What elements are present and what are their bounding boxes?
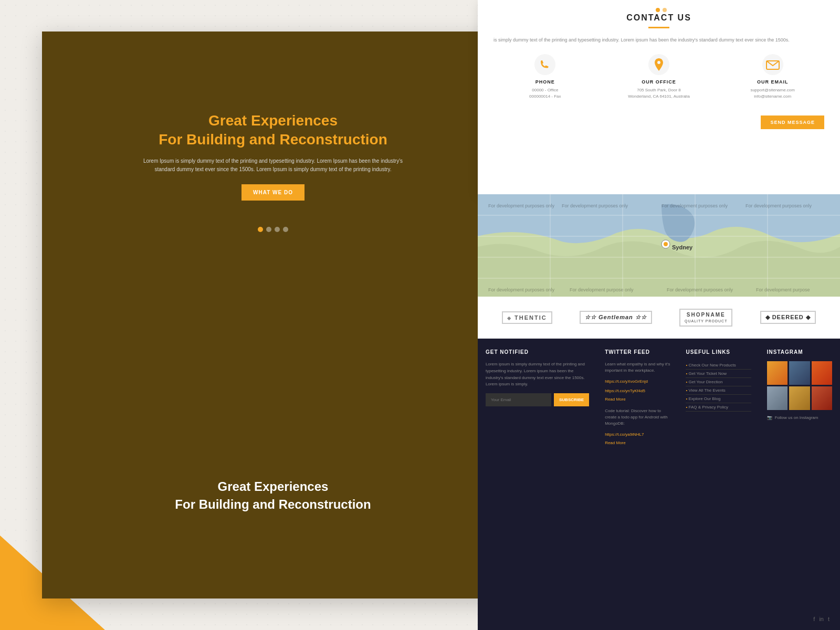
office-contact-icon — [648, 54, 669, 75]
send-message-button[interactable]: SEND MESSAGE — [761, 116, 824, 129]
hero-title: Great Experiences For Building and Recon… — [142, 111, 404, 150]
instagram-item-0[interactable] — [767, 361, 788, 385]
notify-title: GET NOTIFIED — [486, 349, 589, 355]
footer-instagram: INSTAGRAM 📷 Follow us on Instagram — [759, 339, 840, 630]
twitter-feed: Learn what empathy is and why it's impor… — [605, 361, 670, 445]
svg-text:For development purposes only: For development purposes only — [562, 203, 628, 208]
footer-social-in[interactable]: in — [819, 616, 824, 622]
hero2-content: Great Experiences For Building and Recon… — [175, 478, 371, 513]
hero-description: Lorem Ipsum is simply dummy text of the … — [142, 157, 404, 174]
instagram-item-1[interactable] — [789, 361, 810, 385]
hero-dots — [258, 227, 288, 232]
footer-social-tw[interactable]: t — [828, 616, 830, 622]
brand-1: ☆☆ Gentleman ☆☆ — [580, 311, 652, 324]
main-website-panel: 📞 Call Us: +201093515252 ✉ Email: mail@E… — [42, 32, 504, 598]
map-section[interactable]: For development purposes only For develo… — [478, 194, 840, 297]
twitter-link-0[interactable]: https://t.co/yXvoGrEnjd — [605, 379, 648, 384]
phone-line2: 000000014 - Fax — [494, 93, 597, 100]
contact-title: CONTACT US — [494, 13, 824, 23]
useful-links-list: Check Our New Products Get Your Ticket N… — [686, 361, 751, 412]
svg-text:For development purposes only: For development purposes only — [488, 203, 555, 208]
useful-link-0[interactable]: Check Our New Products — [686, 361, 751, 370]
svg-text:For development purposes only: For development purposes only — [488, 287, 555, 292]
contact-info-row: PHONE 00000 - Office 000000014 - Fax OUR… — [494, 54, 824, 100]
subscribe-button[interactable]: SUBSCRIBE — [554, 393, 589, 406]
twitter-text-0: Learn what empathy is and why it's impor… — [605, 361, 670, 374]
phone-line1: 00000 - Office — [494, 87, 597, 93]
useful-links-title: USEFUL LINKS — [686, 349, 751, 355]
svg-text:For development purposes only: For development purposes only — [662, 203, 728, 208]
instagram-title: INSTAGRAM — [767, 349, 832, 355]
hero-dot-2[interactable] — [266, 227, 271, 232]
office-line1: 705 South Park, Door 8 — [607, 87, 711, 93]
dot-1 — [656, 8, 660, 12]
svg-text:For development purposes only: For development purposes only — [667, 287, 733, 292]
instagram-item-5[interactable] — [812, 386, 832, 410]
email-subscribe-input[interactable] — [486, 393, 551, 406]
instagram-grid — [767, 361, 832, 410]
office-label: OUR OFFICE — [607, 79, 711, 85]
contact-office: OUR OFFICE 705 South Park, Door 8 Wonder… — [607, 54, 711, 100]
hero-section-2: Great Experiences For Building and Recon… — [42, 443, 504, 548]
hero-dot-4[interactable] — [283, 227, 288, 232]
phone-contact-icon — [534, 54, 555, 75]
twitter-link-2[interactable]: https://t.co/ya9iNHL7 — [605, 432, 644, 437]
instagram-item-3[interactable] — [767, 386, 788, 410]
svg-point-66 — [534, 54, 555, 75]
useful-link-4[interactable]: Explore Our Blog — [686, 395, 751, 403]
brand-3: ◆ DEEREED ◆ — [760, 311, 816, 324]
twitter-read-more-0[interactable]: Read More — [605, 397, 670, 402]
email-contact-icon — [762, 54, 783, 75]
hero2-title: Great Experiences For Building and Recon… — [175, 478, 371, 513]
svg-text:For development purposes only: For development purposes only — [746, 203, 812, 208]
useful-link-1[interactable]: Get Your Ticket Now — [686, 370, 751, 378]
dot-2 — [663, 8, 667, 12]
brand-0: ◆ THENTIC — [502, 311, 552, 324]
footer-bottom-bar: f in t — [813, 616, 830, 622]
footer-twitter: TWITTER FEED Learn what empathy is and w… — [597, 339, 678, 630]
instagram-item-2[interactable] — [812, 361, 832, 385]
subscribe-row: SUBSCRIBE — [486, 393, 589, 406]
notify-text: Lorem ipsum is simply dummy text of the … — [486, 361, 589, 388]
top-dots-decoration — [656, 8, 667, 12]
contact-email: OUR EMAIL support@sitename.com info@site… — [721, 54, 824, 100]
map-placeholder: For development purposes only For develo… — [478, 194, 840, 297]
instagram-follow: 📷 Follow us on Instagram — [767, 415, 832, 420]
svg-point-89 — [664, 242, 668, 246]
useful-link-3[interactable]: View All The Events — [686, 386, 751, 395]
footer-section: GET NOTIFIED Lorem ipsum is simply dummy… — [478, 339, 840, 630]
hero-dot-1[interactable] — [258, 227, 263, 232]
svg-text:Sydney: Sydney — [672, 244, 693, 250]
instagram-item-4[interactable] — [789, 386, 810, 410]
hero-dot-3[interactable] — [275, 227, 280, 232]
twitter-text-1: Code tutorial: Discover how to create a … — [605, 408, 670, 427]
useful-link-2[interactable]: Get Your Direction — [686, 378, 751, 386]
contact-description: is simply dummy text of the printing and… — [494, 36, 824, 44]
twitter-item-1: Code tutorial: Discover how to create a … — [605, 408, 670, 445]
email-line2: info@sitename.com — [721, 93, 824, 100]
twitter-link-1[interactable]: https://t.co/ynTyKf4d5 — [605, 388, 645, 393]
footer-links: USEFUL LINKS Check Our New Products Get … — [678, 339, 759, 630]
what-we-do-button[interactable]: WHAT WE DO — [242, 184, 304, 201]
hero-content: Great Experiences For Building and Recon… — [131, 101, 415, 212]
footer-social-fb[interactable]: f — [813, 616, 815, 622]
footer-notify: GET NOTIFIED Lorem ipsum is simply dummy… — [478, 339, 597, 630]
svg-text:For development purpose only: For development purpose only — [570, 287, 634, 292]
contact-divider — [648, 27, 669, 28]
office-line2: Wonderland, CA 64101, Australia — [607, 93, 711, 100]
brands-section: ◆ THENTIC ☆☆ Gentleman ☆☆ SHOPNAMEqualit… — [478, 297, 840, 339]
twitter-read-more-1[interactable]: Read More — [605, 440, 670, 445]
map-svg: For development purposes only For develo… — [478, 194, 840, 297]
svg-text:For development purpose: For development purpose — [756, 287, 810, 292]
twitter-title: TWITTER FEED — [605, 349, 670, 355]
right-panel: CONTACT US is simply dummy text of the p… — [472, 0, 840, 630]
email-label: OUR EMAIL — [721, 79, 824, 85]
email-line1: support@sitename.com — [721, 87, 824, 93]
twitter-item-0: Learn what empathy is and why it's impor… — [605, 361, 670, 402]
contact-phone: PHONE 00000 - Office 000000014 - Fax — [494, 54, 597, 100]
instagram-follow-text[interactable]: Follow us on Instagram — [775, 415, 818, 420]
svg-point-68 — [762, 54, 783, 75]
contact-section: CONTACT US is simply dummy text of the p… — [478, 0, 840, 194]
useful-link-5[interactable]: FAQ & Privacy Policy — [686, 403, 751, 412]
phone-label: PHONE — [494, 79, 597, 85]
